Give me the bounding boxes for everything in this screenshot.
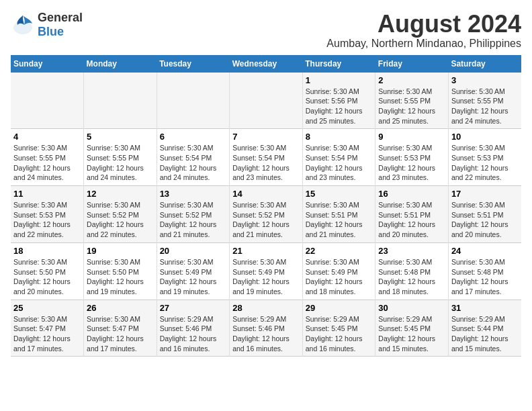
day-number: 28	[232, 303, 300, 313]
day-info: Sunrise: 5:30 AM Sunset: 5:54 PM Dayligh…	[232, 144, 290, 181]
day-info: Sunrise: 5:30 AM Sunset: 5:51 PM Dayligh…	[306, 201, 363, 238]
day-cell: 10Sunrise: 5:30 AM Sunset: 5:53 PM Dayli…	[448, 129, 521, 186]
day-cell	[230, 73, 303, 129]
day-cell: 27Sunrise: 5:29 AM Sunset: 5:46 PM Dayli…	[157, 300, 230, 357]
header-cell-tuesday: Tuesday	[157, 55, 230, 73]
day-number: 6	[160, 132, 227, 142]
day-cell	[84, 73, 157, 129]
day-number: 31	[451, 303, 519, 313]
day-cell: 9Sunrise: 5:30 AM Sunset: 5:53 PM Daylig…	[375, 129, 449, 186]
day-info: Sunrise: 5:30 AM Sunset: 5:55 PM Dayligh…	[378, 87, 435, 125]
day-info: Sunrise: 5:29 AM Sunset: 5:46 PM Dayligh…	[160, 315, 217, 353]
calendar-header: SundayMondayTuesdayWednesdayThursdayFrid…	[11, 55, 521, 73]
logo-blue: Blue	[38, 25, 83, 39]
day-cell: 20Sunrise: 5:30 AM Sunset: 5:49 PM Dayli…	[157, 242, 230, 300]
day-number: 7	[232, 132, 300, 142]
day-cell: 21Sunrise: 5:30 AM Sunset: 5:49 PM Dayli…	[230, 242, 303, 300]
day-info: Sunrise: 5:30 AM Sunset: 5:49 PM Dayligh…	[232, 258, 290, 295]
title-block: August 2024 Aumbay, Northern Mindanao, P…	[326, 11, 521, 50]
day-info: Sunrise: 5:29 AM Sunset: 5:45 PM Dayligh…	[306, 315, 363, 353]
day-cell: 14Sunrise: 5:30 AM Sunset: 5:52 PM Dayli…	[230, 186, 303, 243]
day-number: 16	[378, 189, 445, 199]
day-number: 2	[378, 75, 445, 85]
day-cell: 8Sunrise: 5:30 AM Sunset: 5:54 PM Daylig…	[302, 129, 375, 186]
day-cell: 17Sunrise: 5:30 AM Sunset: 5:51 PM Dayli…	[448, 186, 521, 243]
day-cell: 23Sunrise: 5:30 AM Sunset: 5:48 PM Dayli…	[375, 242, 449, 300]
header-cell-monday: Monday	[84, 55, 157, 73]
day-cell: 5Sunrise: 5:30 AM Sunset: 5:55 PM Daylig…	[84, 129, 157, 186]
day-info: Sunrise: 5:30 AM Sunset: 5:52 PM Dayligh…	[160, 201, 217, 238]
day-cell: 12Sunrise: 5:30 AM Sunset: 5:52 PM Dayli…	[84, 186, 157, 243]
day-info: Sunrise: 5:29 AM Sunset: 5:46 PM Dayligh…	[232, 315, 290, 353]
day-info: Sunrise: 5:30 AM Sunset: 5:53 PM Dayligh…	[378, 144, 435, 181]
day-cell: 24Sunrise: 5:30 AM Sunset: 5:48 PM Dayli…	[448, 242, 521, 300]
day-cell: 4Sunrise: 5:30 AM Sunset: 5:55 PM Daylig…	[11, 129, 84, 186]
week-row: 25Sunrise: 5:30 AM Sunset: 5:47 PM Dayli…	[11, 300, 521, 357]
day-info: Sunrise: 5:30 AM Sunset: 5:51 PM Dayligh…	[378, 201, 435, 238]
day-number: 15	[306, 189, 373, 199]
header-cell-friday: Friday	[375, 55, 449, 73]
page-subtitle: Aumbay, Northern Mindanao, Philippines	[326, 38, 521, 50]
day-cell: 16Sunrise: 5:30 AM Sunset: 5:51 PM Dayli…	[375, 186, 449, 243]
day-info: Sunrise: 5:30 AM Sunset: 5:53 PM Dayligh…	[451, 144, 508, 181]
header-row: SundayMondayTuesdayWednesdayThursdayFrid…	[11, 55, 521, 73]
day-info: Sunrise: 5:30 AM Sunset: 5:48 PM Dayligh…	[378, 258, 435, 295]
day-number: 13	[160, 189, 227, 199]
day-cell: 6Sunrise: 5:30 AM Sunset: 5:54 PM Daylig…	[157, 129, 230, 186]
day-number: 18	[13, 246, 81, 256]
day-number: 20	[160, 246, 227, 256]
day-info: Sunrise: 5:30 AM Sunset: 5:51 PM Dayligh…	[451, 201, 508, 238]
day-number: 22	[306, 246, 373, 256]
day-cell: 2Sunrise: 5:30 AM Sunset: 5:55 PM Daylig…	[375, 73, 449, 129]
day-cell: 19Sunrise: 5:30 AM Sunset: 5:50 PM Dayli…	[84, 242, 157, 300]
day-number: 19	[87, 246, 154, 256]
day-cell: 11Sunrise: 5:30 AM Sunset: 5:53 PM Dayli…	[11, 186, 84, 243]
day-info: Sunrise: 5:29 AM Sunset: 5:44 PM Dayligh…	[451, 315, 508, 353]
day-number: 21	[232, 246, 300, 256]
day-info: Sunrise: 5:30 AM Sunset: 5:53 PM Dayligh…	[13, 201, 71, 238]
day-info: Sunrise: 5:30 AM Sunset: 5:48 PM Dayligh…	[451, 258, 508, 295]
day-info: Sunrise: 5:30 AM Sunset: 5:55 PM Dayligh…	[87, 144, 144, 181]
week-row: 18Sunrise: 5:30 AM Sunset: 5:50 PM Dayli…	[11, 242, 521, 300]
week-row: 1Sunrise: 5:30 AM Sunset: 5:56 PM Daylig…	[11, 73, 521, 129]
week-row: 11Sunrise: 5:30 AM Sunset: 5:53 PM Dayli…	[11, 186, 521, 243]
header-cell-wednesday: Wednesday	[230, 55, 303, 73]
day-cell: 3Sunrise: 5:30 AM Sunset: 5:55 PM Daylig…	[448, 73, 521, 129]
day-cell: 15Sunrise: 5:30 AM Sunset: 5:51 PM Dayli…	[302, 186, 375, 243]
day-info: Sunrise: 5:30 AM Sunset: 5:54 PM Dayligh…	[160, 144, 217, 181]
calendar-table: SundayMondayTuesdayWednesdayThursdayFrid…	[11, 55, 521, 357]
calendar-body: 1Sunrise: 5:30 AM Sunset: 5:56 PM Daylig…	[11, 73, 521, 357]
day-number: 24	[451, 246, 519, 256]
day-cell: 13Sunrise: 5:30 AM Sunset: 5:52 PM Dayli…	[157, 186, 230, 243]
header-cell-thursday: Thursday	[302, 55, 375, 73]
day-number: 3	[451, 75, 519, 85]
header-cell-sunday: Sunday	[11, 55, 84, 73]
day-number: 27	[160, 303, 227, 313]
day-cell: 18Sunrise: 5:30 AM Sunset: 5:50 PM Dayli…	[11, 242, 84, 300]
day-info: Sunrise: 5:30 AM Sunset: 5:49 PM Dayligh…	[160, 258, 217, 295]
day-number: 8	[306, 132, 373, 142]
day-cell: 29Sunrise: 5:29 AM Sunset: 5:45 PM Dayli…	[302, 300, 375, 357]
day-cell: 7Sunrise: 5:30 AM Sunset: 5:54 PM Daylig…	[230, 129, 303, 186]
day-info: Sunrise: 5:30 AM Sunset: 5:49 PM Dayligh…	[306, 258, 363, 295]
day-number: 12	[87, 189, 154, 199]
day-number: 23	[378, 246, 445, 256]
page-title: August 2024	[326, 11, 521, 38]
day-cell: 31Sunrise: 5:29 AM Sunset: 5:44 PM Dayli…	[448, 300, 521, 357]
day-number: 25	[13, 303, 81, 313]
day-number: 26	[87, 303, 154, 313]
day-number: 5	[87, 132, 154, 142]
day-number: 30	[378, 303, 445, 313]
day-info: Sunrise: 5:30 AM Sunset: 5:50 PM Dayligh…	[13, 258, 71, 295]
logo: General Blue	[11, 11, 83, 39]
day-info: Sunrise: 5:30 AM Sunset: 5:47 PM Dayligh…	[87, 315, 144, 353]
day-info: Sunrise: 5:30 AM Sunset: 5:55 PM Dayligh…	[451, 87, 508, 125]
week-row: 4Sunrise: 5:30 AM Sunset: 5:55 PM Daylig…	[11, 129, 521, 186]
day-cell	[11, 73, 84, 129]
day-number: 10	[451, 132, 519, 142]
day-cell: 22Sunrise: 5:30 AM Sunset: 5:49 PM Dayli…	[302, 242, 375, 300]
day-info: Sunrise: 5:30 AM Sunset: 5:52 PM Dayligh…	[87, 201, 144, 238]
day-cell	[157, 73, 230, 129]
day-number: 14	[232, 189, 300, 199]
day-number: 17	[451, 189, 519, 199]
